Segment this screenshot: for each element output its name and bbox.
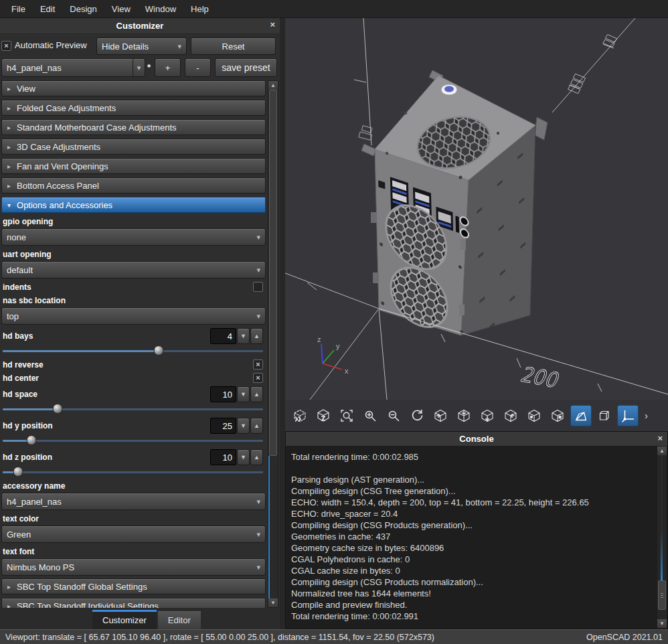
text-font-select[interactable]: Nimbus Mono PS ▾ — [1, 558, 266, 576]
menu-item[interactable]: Help — [183, 1, 216, 17]
accordion-section-header-expanded[interactable]: ▾ Options and Accessories — [1, 197, 266, 213]
accordion-section-header[interactable]: ▸ View — [1, 80, 266, 96]
zoom-all-button[interactable] — [336, 405, 357, 426]
indents-checkbox[interactable] — [253, 282, 263, 292]
preview-button[interactable] — [289, 405, 311, 426]
toolbar-more-button[interactable]: › — [645, 410, 648, 421]
text-color-select[interactable]: Green ▾ — [1, 526, 266, 543]
scroll-down-icon[interactable]: ▼ — [268, 598, 278, 607]
close-icon[interactable]: × — [657, 433, 663, 443]
indents-label: indents — [3, 283, 31, 292]
accessory-name-select[interactable]: h4_panel_nas ▾ — [1, 493, 266, 510]
console-output[interactable]: Total rendering time: 0:00:02.985Parsing… — [286, 447, 657, 628]
scroll-up-icon[interactable]: ▲ — [657, 447, 667, 455]
view-top-button[interactable] — [453, 405, 475, 426]
hd-bays-slider[interactable] — [3, 345, 263, 356]
hd-center-checkbox[interactable]: × — [253, 373, 263, 383]
slider-handle[interactable] — [154, 345, 164, 355]
slider-handle[interactable] — [13, 467, 23, 477]
spin-up-button[interactable]: ▲ — [250, 418, 263, 434]
hd-z-position-slider[interactable] — [3, 467, 263, 477]
console-scrollbar[interactable]: ▲ ▼ — [657, 447, 667, 628]
spin-up-button[interactable]: ▲ — [250, 386, 263, 402]
scrollbar-track[interactable] — [657, 455, 667, 619]
spin-down-button[interactable]: ▼ — [237, 386, 250, 402]
menu-item[interactable]: File — [4, 1, 33, 17]
menu-item[interactable]: Edit — [33, 1, 62, 17]
menu-item[interactable]: Window — [138, 1, 183, 17]
scroll-down-icon[interactable]: ▼ — [657, 619, 667, 628]
reset-view-button[interactable] — [406, 405, 428, 426]
automatic-preview-label: Automatic Preview — [15, 40, 87, 50]
details-dropdown-value: Hide Details — [102, 42, 149, 52]
screw-hole — [386, 152, 388, 155]
view-perspective-button[interactable] — [570, 405, 592, 426]
accordion-section-header[interactable]: ▸ Fan and Vent Openings — [1, 158, 266, 174]
spin-down-button[interactable]: ▼ — [237, 418, 250, 434]
menu-item[interactable]: Design — [62, 1, 104, 17]
accordion-section-header[interactable]: ▸ Folded Case Adjustments — [1, 100, 266, 116]
accordion-section-header[interactable]: ▸ Standard Motherboard Case Adjustments — [1, 119, 266, 135]
gpio-opening-select[interactable]: none ▾ — [1, 228, 266, 246]
chevron-down-icon: ▾ — [137, 64, 141, 72]
scrollbar-track[interactable] — [268, 90, 278, 598]
accordion-section-label: View — [17, 84, 35, 94]
uart-opening-select[interactable]: default ▾ — [1, 261, 266, 278]
tab-customizer[interactable]: Customizer — [92, 610, 157, 629]
accordion-section-header[interactable]: ▸ Bottom Access Panel — [1, 177, 266, 193]
hd-y-position-row: hd y position 25 ▼ ▲ — [3, 418, 263, 434]
hd-reverse-checkbox[interactable]: × — [253, 359, 263, 370]
view-front-button[interactable] — [523, 405, 545, 426]
parameter-scrollbar[interactable]: ▲ ▼ — [268, 80, 278, 608]
collapsed-sections: ▸ View ▸ Folded Case Adjustments ▸ Stand… — [0, 80, 267, 193]
close-icon[interactable]: × — [270, 20, 275, 29]
chevron-right-icon: ▸ — [7, 602, 11, 609]
accordion-section-header[interactable]: ▸ 3D Case Adjustments — [1, 139, 266, 155]
view-left-button[interactable] — [500, 405, 521, 426]
hd-space-spinbox[interactable]: 10 ▼ ▲ — [210, 386, 263, 402]
zoom-in-button[interactable] — [359, 405, 381, 426]
dock-splitter[interactable] — [280, 18, 285, 629]
scroll-up-icon[interactable]: ▲ — [268, 81, 278, 90]
save-preset-button[interactable]: save preset — [215, 58, 277, 77]
view-right-button[interactable] — [430, 405, 451, 426]
preset-combo-arrow-button[interactable]: ▾ — [133, 58, 145, 77]
hd-bays-spinbox[interactable]: 4 ▼ ▲ — [210, 328, 263, 344]
nas-sbc-location-select[interactable]: top ▾ — [1, 307, 266, 325]
view-bottom-button[interactable] — [477, 405, 498, 426]
view-back-button[interactable] — [547, 405, 568, 426]
text-color-label: text color — [3, 514, 266, 524]
screw-hole — [497, 132, 499, 135]
accordion-section-header[interactable]: ▸ SBC Top Standoff Individual Settings — [1, 598, 266, 608]
hd-z-position-spinbox[interactable]: 10 ▼ ▲ — [210, 449, 263, 465]
chevron-down-icon: ▾ — [256, 266, 260, 274]
console-panel: Console × Total rendering time: 0:00:02.… — [285, 431, 668, 629]
view-orthogonal-button[interactable] — [594, 405, 615, 426]
slider-handle[interactable] — [26, 435, 36, 445]
accordion-section-header[interactable]: ▸ SBC Top Standoff Global Settings — [1, 578, 266, 594]
console-line: Compiling design (CSG Products normaliza… — [291, 576, 657, 588]
spin-down-button[interactable]: ▼ — [237, 328, 250, 344]
tab-editor[interactable]: Editor — [158, 611, 201, 629]
slider-handle[interactable] — [52, 404, 62, 414]
render-button[interactable] — [313, 405, 334, 426]
3d-viewport[interactable]: 200 z y x — [285, 18, 668, 400]
console-line: Total rendering time: 0:00:02.991 — [291, 611, 657, 622]
menu-item[interactable]: View — [104, 1, 138, 17]
details-dropdown[interactable]: Hide Details ▾ — [96, 37, 187, 55]
spin-up-button[interactable]: ▲ — [250, 449, 263, 465]
reset-button[interactable]: Reset — [191, 37, 276, 55]
preset-combo[interactable]: h4_panel_nas — [1, 58, 142, 77]
hd-y-position-slider[interactable] — [3, 435, 263, 446]
automatic-preview-checkbox[interactable]: × — [1, 41, 11, 51]
scrollbar-thumb[interactable] — [269, 90, 277, 456]
add-preset-button[interactable]: + — [155, 58, 181, 77]
spin-down-button[interactable]: ▼ — [237, 449, 250, 465]
remove-preset-button[interactable]: - — [185, 58, 211, 77]
zoom-out-button[interactable] — [383, 405, 404, 426]
scrollbar-thumb[interactable] — [658, 580, 666, 610]
hd-y-position-spinbox[interactable]: 25 ▼ ▲ — [210, 418, 263, 434]
view-axes-button[interactable] — [617, 405, 639, 426]
hd-space-slider[interactable] — [3, 404, 263, 414]
spin-up-button[interactable]: ▲ — [250, 328, 263, 344]
